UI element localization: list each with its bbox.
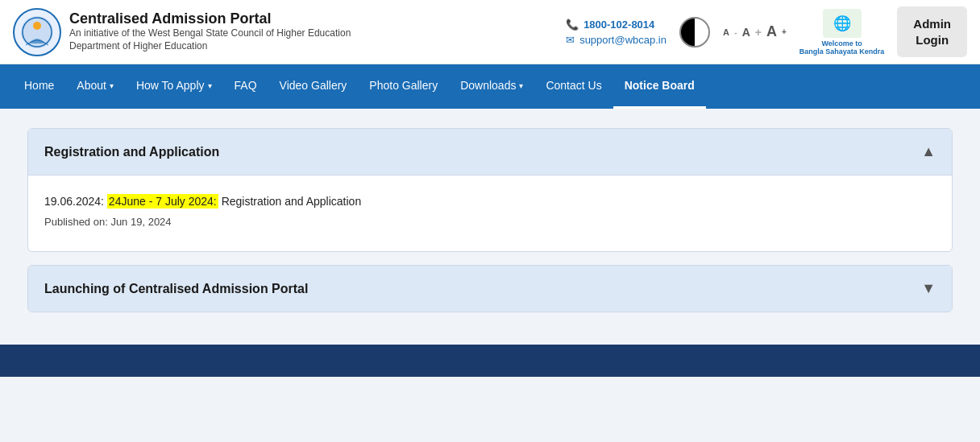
notice-published: Published on: Jun 19, 2024 (44, 216, 172, 228)
nav-faq[interactable]: FAQ (223, 64, 268, 109)
contact-info: 📞 1800-102-8014 ✉ support@wbcap.in (566, 19, 666, 46)
header-right: A - A + A + 🌐 Welcome to Bangla Sahayata… (679, 6, 967, 57)
notice-entry-1: 19.06.2024: 24June - 7 July 2024: Regist… (44, 192, 936, 232)
notice-date: 19.06.2024: (44, 195, 104, 208)
nav-how-to-apply[interactable]: How To Apply ▾ (125, 64, 223, 109)
font-superscript: + (782, 27, 787, 36)
site-subtitle2: Department of Higher Education (69, 40, 351, 53)
font-small-btn[interactable]: A (723, 27, 729, 37)
notice-registration-section: Registration and Application ▲ 19.06.202… (27, 128, 953, 252)
phone-number: 📞 1800-102-8014 (566, 19, 666, 31)
bangla-welcome-text: Welcome to (821, 39, 862, 48)
nav-video-gallery[interactable]: Video Gallery (268, 64, 359, 109)
phone-icon: 📞 (566, 19, 579, 31)
nav-notice-board[interactable]: Notice Board (613, 64, 706, 109)
font-plus-icon: + (755, 26, 762, 39)
notice-text: Registration and Application (222, 195, 362, 208)
footer-bar (0, 345, 980, 377)
how-to-apply-chevron: ▾ (208, 81, 212, 90)
email-icon: ✉ (566, 34, 575, 46)
site-header: Centralised Admission Portal An initiati… (0, 0, 980, 64)
nav-contact-us[interactable]: Contact Us (534, 64, 612, 109)
site-subtitle1: An initiative of the West Bengal State C… (69, 27, 351, 40)
font-minus-icon: - (734, 27, 737, 37)
notice-registration-body: 19.06.2024: 24June - 7 July 2024: Regist… (28, 175, 952, 251)
notice-registration-header[interactable]: Registration and Application ▲ (28, 129, 952, 175)
notice-launching-section: Launching of Centralised Admission Porta… (27, 265, 953, 312)
admin-login-button[interactable]: Admin Login (897, 6, 967, 57)
main-content: Registration and Application ▲ 19.06.202… (15, 128, 965, 312)
downloads-chevron: ▾ (519, 81, 523, 90)
email-address: ✉ support@wbcap.in (566, 34, 666, 46)
contrast-toggle[interactable] (679, 17, 710, 48)
bangla-icon: 🌐 (823, 9, 862, 38)
site-title: Centralised Admission Portal (69, 10, 351, 27)
nav-home[interactable]: Home (13, 64, 65, 109)
notice-registration-title: Registration and Application (44, 145, 219, 159)
bangla-label: Bangla Sahayata Kendra (799, 48, 885, 56)
notice-registration-chevron: ▲ (921, 143, 936, 160)
font-large-btn[interactable]: A (766, 23, 777, 40)
nav-photo-gallery[interactable]: Photo Gallery (358, 64, 449, 109)
notice-launching-title: Launching of Centralised Admission Porta… (44, 282, 308, 296)
main-nav: Home About ▾ How To Apply ▾ FAQ Video Ga… (0, 64, 980, 109)
svg-point-2 (33, 22, 41, 30)
nav-about[interactable]: About ▾ (65, 64, 125, 109)
bangla-kendra-logo[interactable]: 🌐 Welcome to Bangla Sahayata Kendra (799, 9, 885, 56)
notice-launching-header[interactable]: Launching of Centralised Admission Porta… (28, 266, 952, 312)
font-size-controls: A - A + A + (723, 23, 787, 40)
logo-area: Centralised Admission Portal An initiati… (13, 8, 553, 56)
notice-highlight: 24June - 7 July 2024: (107, 194, 218, 209)
notice-launching-chevron: ▼ (921, 280, 936, 297)
font-medium-btn[interactable]: A (742, 26, 750, 39)
nav-downloads[interactable]: Downloads ▾ (449, 64, 534, 109)
site-logo (13, 8, 61, 56)
logo-text: Centralised Admission Portal An initiati… (69, 10, 351, 52)
about-chevron: ▾ (110, 81, 114, 90)
